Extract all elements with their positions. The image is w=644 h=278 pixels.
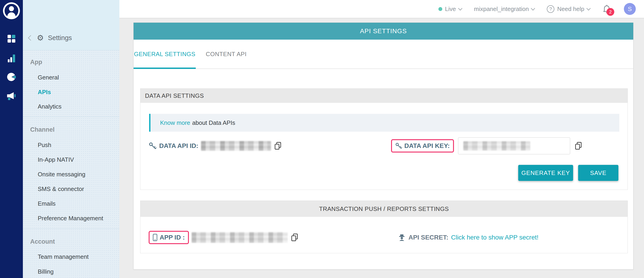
sidebar-item-inapp-nativ[interactable]: In-App NATIV xyxy=(38,155,74,164)
sidebar-item-team-management[interactable]: Team management xyxy=(38,252,89,261)
section-label-channel: Channel xyxy=(30,125,55,134)
transaction-row: APP ID : xyxy=(149,228,619,247)
transaction-settings-section: TRANSACTION PUSH / REPORTS SETTINGS APP … xyxy=(140,201,628,253)
sidebar-item-analytics[interactable]: Analytics xyxy=(38,102,62,111)
generate-key-button[interactable]: GENERATE KEY xyxy=(518,165,573,181)
sidebar-item-general[interactable]: General xyxy=(38,73,59,82)
notification-badge: 2 xyxy=(606,8,614,16)
sidebar-item-onsite-messaging[interactable]: Onsite messaging xyxy=(38,170,85,179)
mobile-phone-icon xyxy=(153,234,157,241)
dashboard-grid-icon[interactable] xyxy=(0,35,23,43)
main-area: API SETTINGS GENERAL SETTINGS CONTENT AP… xyxy=(120,18,644,278)
secret-agent-icon xyxy=(398,233,406,241)
gear-icon: ⚙ xyxy=(37,34,44,42)
sidebar-title: Settings xyxy=(48,34,72,42)
environment-selector[interactable]: Live xyxy=(438,6,462,13)
sidebar-divider xyxy=(23,228,120,229)
avatar[interactable]: S xyxy=(624,3,636,15)
know-more-text: about Data APIs xyxy=(192,119,235,126)
data-api-row: DATA API ID: DATA xyxy=(149,137,619,155)
copy-icon[interactable] xyxy=(574,142,582,150)
notifications-button[interactable]: 2 xyxy=(602,4,612,14)
campaigns-megaphone-icon[interactable] xyxy=(0,92,23,101)
data-api-id-group: DATA API ID: xyxy=(149,137,282,155)
data-api-key-label: DATA API KEY: xyxy=(404,142,450,150)
api-secret-group: API SECRET: Click here to show APP secre… xyxy=(398,228,538,247)
app-root: ⚙ Settings App General APIs Analytics Ch… xyxy=(0,0,644,278)
live-label: Live xyxy=(445,6,456,13)
data-api-key-input[interactable] xyxy=(458,137,570,154)
section-label-app: App xyxy=(30,58,42,67)
brand-logo[interactable] xyxy=(3,2,20,19)
need-help-menu[interactable]: ? Need help xyxy=(547,5,590,13)
know-more-link[interactable]: Know more xyxy=(160,119,190,126)
sidebar-header: ⚙ Settings xyxy=(23,0,120,50)
chevron-down-icon xyxy=(586,6,590,10)
section-label-account: Account xyxy=(30,237,55,246)
show-app-secret-link[interactable]: Click here to show APP secret! xyxy=(451,234,538,241)
sidebar-item-emails[interactable]: Emails xyxy=(38,199,56,208)
data-api-key-group: DATA API KEY: xyxy=(391,135,582,157)
app-id-group: APP ID : xyxy=(149,228,299,247)
sidebar-item-billing[interactable]: Billing xyxy=(38,267,54,276)
chevron-down-icon xyxy=(458,6,462,10)
tab-bar: GENERAL SETTINGS CONTENT API xyxy=(134,40,633,69)
live-status-dot xyxy=(438,7,442,11)
data-api-id-label: DATA API ID: xyxy=(159,142,198,150)
key-icon xyxy=(149,142,156,150)
api-secret-label: API SECRET: xyxy=(408,234,448,241)
page-title-banner: API SETTINGS xyxy=(134,23,633,40)
copy-icon[interactable] xyxy=(274,142,282,150)
brand-logo-person-head xyxy=(9,6,14,11)
question-circle-icon: ? xyxy=(547,5,554,13)
sidebar-item-sms-connector[interactable]: SMS & connector xyxy=(38,184,84,193)
chevron-down-icon xyxy=(531,6,535,10)
sidebar-item-push[interactable]: Push xyxy=(38,140,51,150)
data-api-key-highlight: DATA API KEY: xyxy=(391,139,454,152)
copy-icon[interactable] xyxy=(290,233,299,242)
data-api-id-value-redacted xyxy=(201,141,271,151)
back-chevron-icon[interactable] xyxy=(28,35,34,41)
app-id-value-redacted xyxy=(192,232,288,243)
sidebar-item-preference-management[interactable]: Preference Management xyxy=(38,214,103,223)
api-settings-card: API SETTINGS GENERAL SETTINGS CONTENT AP… xyxy=(133,23,634,269)
project-name: mixpanel_integration xyxy=(474,6,529,13)
save-button[interactable]: SAVE xyxy=(578,165,618,181)
nav-rail xyxy=(0,0,23,278)
data-api-section-title: DATA API SETTINGS xyxy=(140,89,628,103)
need-help-label: Need help xyxy=(557,6,584,13)
project-selector[interactable]: mixpanel_integration xyxy=(474,6,535,13)
transaction-section-title: TRANSACTION PUSH / REPORTS SETTINGS xyxy=(140,201,628,217)
tab-general-settings[interactable]: GENERAL SETTINGS xyxy=(134,40,196,69)
data-api-actions: GENERATE KEY SAVE xyxy=(518,165,618,181)
key-icon xyxy=(395,142,402,149)
analytics-bars-icon[interactable] xyxy=(0,54,23,62)
data-api-settings-section: DATA API SETTINGS Know more about Data A… xyxy=(140,88,628,190)
sidebar-item-apis[interactable]: APIs xyxy=(38,88,51,97)
app-id-label: APP ID : xyxy=(160,234,185,241)
app-id-highlight: APP ID : xyxy=(149,231,189,244)
segments-pie-icon[interactable] xyxy=(0,72,23,82)
data-api-key-value-redacted xyxy=(463,141,530,150)
settings-sidebar: ⚙ Settings App General APIs Analytics Ch… xyxy=(23,0,120,278)
topbar: Live mixpanel_integration ? Need help 2 … xyxy=(120,0,644,18)
sidebar-divider xyxy=(23,117,120,117)
tab-content-api[interactable]: CONTENT API xyxy=(202,40,250,69)
know-more-callout: Know more about Data APIs xyxy=(149,114,619,132)
